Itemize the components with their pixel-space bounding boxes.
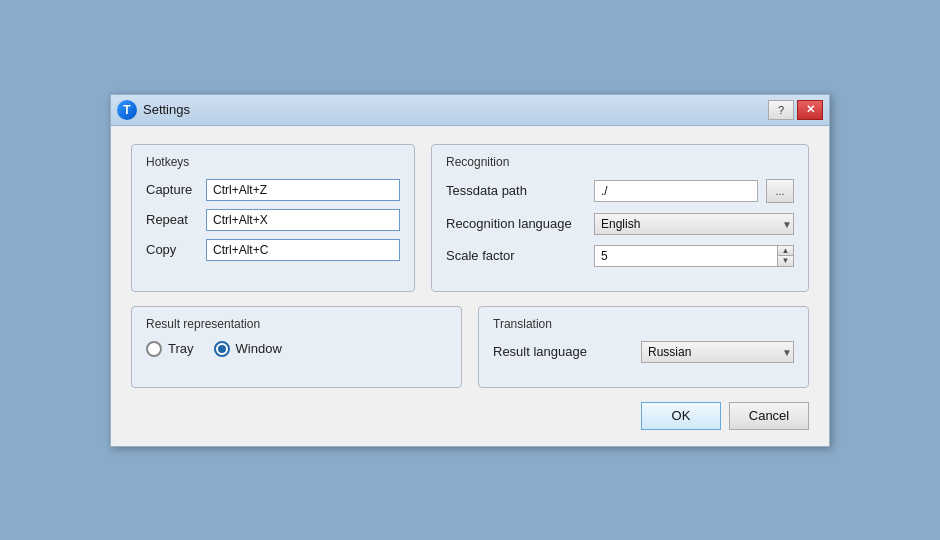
hotkeys-section: Hotkeys Capture Repeat Copy <box>131 144 415 292</box>
result-representation-label: Result representation <box>146 317 447 331</box>
result-language-label: Result language <box>493 344 633 359</box>
window-radio-icon <box>214 341 230 357</box>
bottom-sections-row: Result representation Tray Window <box>131 306 809 388</box>
scale-factor-row: Scale factor ▲ ▼ <box>446 245 794 267</box>
recognition-language-wrapper: English Russian German French ▼ <box>594 213 794 235</box>
recognition-section-label: Recognition <box>446 155 794 169</box>
capture-input[interactable] <box>206 179 400 201</box>
capture-label: Capture <box>146 182 198 197</box>
browse-button[interactable]: ... <box>766 179 794 203</box>
tray-radio-item[interactable]: Tray <box>146 341 194 357</box>
top-sections-row: Hotkeys Capture Repeat Copy Recognition <box>131 144 809 292</box>
scale-spinbox: ▲ ▼ <box>594 245 794 267</box>
repeat-label: Repeat <box>146 212 198 227</box>
spin-up-button[interactable]: ▲ <box>778 246 793 257</box>
copy-row: Copy <box>146 239 400 261</box>
dialog-body: Hotkeys Capture Repeat Copy Recognition <box>111 126 829 446</box>
translation-section-label: Translation <box>493 317 794 331</box>
app-icon: T <box>117 100 137 120</box>
scale-input[interactable] <box>595 246 777 266</box>
close-button[interactable]: ✕ <box>797 100 823 120</box>
result-language-select[interactable]: Russian English German French <box>641 341 794 363</box>
recognition-section: Recognition Tessdata path ... Recognitio… <box>431 144 809 292</box>
spin-down-button[interactable]: ▼ <box>778 256 793 266</box>
result-representation-section: Result representation Tray Window <box>131 306 462 388</box>
repeat-input[interactable] <box>206 209 400 231</box>
scale-factor-label: Scale factor <box>446 248 586 263</box>
dialog-title: Settings <box>143 102 190 117</box>
title-left: T Settings <box>117 100 190 120</box>
settings-dialog: T Settings ? ✕ Hotkeys Capture Repeat <box>110 94 830 447</box>
translation-section: Translation Result language Russian Engl… <box>478 306 809 388</box>
tessdata-input[interactable] <box>594 180 758 202</box>
action-row: OK Cancel <box>131 402 809 430</box>
ok-button[interactable]: OK <box>641 402 721 430</box>
tray-radio-label: Tray <box>168 341 194 356</box>
result-language-row: Result language Russian English German F… <box>493 341 794 363</box>
window-radio-item[interactable]: Window <box>214 341 282 357</box>
title-buttons: ? ✕ <box>768 100 823 120</box>
capture-row: Capture <box>146 179 400 201</box>
spinbox-buttons: ▲ ▼ <box>777 246 793 266</box>
window-radio-dot <box>218 345 226 353</box>
recognition-language-label: Recognition language <box>446 216 586 231</box>
radio-row: Tray Window <box>146 341 447 357</box>
result-language-wrapper: Russian English German French ▼ <box>641 341 794 363</box>
title-bar: T Settings ? ✕ <box>111 95 829 126</box>
copy-label: Copy <box>146 242 198 257</box>
cancel-button[interactable]: Cancel <box>729 402 809 430</box>
copy-input[interactable] <box>206 239 400 261</box>
help-button[interactable]: ? <box>768 100 794 120</box>
recognition-language-select[interactable]: English Russian German French <box>594 213 794 235</box>
tray-radio-icon <box>146 341 162 357</box>
window-radio-label: Window <box>236 341 282 356</box>
hotkeys-section-label: Hotkeys <box>146 155 400 169</box>
repeat-row: Repeat <box>146 209 400 231</box>
tessdata-label: Tessdata path <box>446 183 586 198</box>
recognition-language-row: Recognition language English Russian Ger… <box>446 213 794 235</box>
tessdata-row: Tessdata path ... <box>446 179 794 203</box>
